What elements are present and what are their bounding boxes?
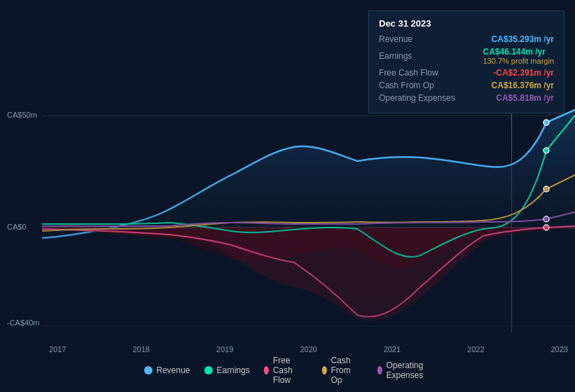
- legend: Revenue Earnings Free Cash Flow Cash Fro…: [144, 356, 431, 385]
- legend-dot-opex: [377, 366, 382, 374]
- legend-label-opex: Operating Expenses: [386, 360, 431, 380]
- legend-item-earnings[interactable]: Earnings: [204, 356, 249, 385]
- legend-dot-fcf: [264, 366, 269, 374]
- tooltip-value-revenue: CA$35.293m /yr: [492, 34, 554, 44]
- tooltip-label-fcf: Free Cash Flow: [379, 68, 456, 78]
- y-label-mid: CA$0: [7, 223, 27, 231]
- x-label-2022: 2022: [467, 345, 484, 354]
- x-label-2023: 2023: [550, 345, 567, 354]
- tooltip-value-earnings-group: CA$46.144m /yr 130.7% profit margin: [483, 47, 555, 65]
- svg-point-4: [543, 186, 549, 192]
- x-label-2021: 2021: [384, 345, 401, 354]
- legend-label-earnings: Earnings: [216, 365, 249, 375]
- x-label-2020: 2020: [300, 345, 317, 354]
- legend-label-fcf: Free Cash Flow: [273, 356, 308, 385]
- tooltip-date: Dec 31 2023: [379, 18, 554, 29]
- tooltip-row-opex: Operating Expenses CA$5.818m /yr: [379, 93, 554, 103]
- tooltip-row-revenue: Revenue CA$35.293m /yr: [379, 34, 554, 44]
- x-label-2017: 2017: [49, 345, 66, 354]
- y-label-bot: -CA$40m: [7, 318, 39, 327]
- tooltip-label-cashop: Cash From Op: [379, 80, 456, 90]
- tooltip-label-opex: Operating Expenses: [379, 93, 456, 103]
- legend-item-opex[interactable]: Operating Expenses: [377, 356, 431, 385]
- tooltip-value-earnings: CA$46.144m /yr: [483, 47, 546, 57]
- svg-point-5: [543, 216, 549, 222]
- svg-point-3: [543, 225, 549, 230]
- tooltip-row-earnings: Earnings CA$46.144m /yr 130.7% profit ma…: [379, 47, 554, 65]
- x-label-2019: 2019: [216, 345, 233, 354]
- tooltip-value-fcf: -CA$2.391m /yr: [493, 68, 554, 78]
- legend-dot-earnings: [204, 366, 212, 374]
- legend-dot-revenue: [144, 366, 152, 374]
- tooltip-label-earnings: Earnings: [379, 51, 456, 61]
- chart-svg: [42, 108, 575, 332]
- chart-container: Dec 31 2023 Revenue CA$35.293m /yr Earni…: [0, 0, 575, 392]
- tooltip-profit-margin: 130.7% profit margin: [483, 57, 555, 65]
- legend-item-fcf[interactable]: Free Cash Flow: [264, 356, 308, 385]
- svg-point-2: [543, 148, 549, 153]
- tooltip-row-fcf: Free Cash Flow -CA$2.391m /yr: [379, 68, 554, 78]
- tooltip-value-cashop: CA$16.376m /yr: [492, 80, 554, 90]
- legend-dot-cashop: [321, 366, 326, 374]
- tooltip-box: Dec 31 2023 Revenue CA$35.293m /yr Earni…: [368, 10, 564, 113]
- x-label-2018: 2018: [132, 345, 149, 354]
- legend-item-revenue[interactable]: Revenue: [144, 356, 190, 385]
- y-label-top: CA$50m: [7, 111, 37, 119]
- tooltip-value-opex: CA$5.818m /yr: [496, 93, 554, 103]
- tooltip-label-revenue: Revenue: [379, 34, 456, 44]
- svg-point-1: [543, 120, 549, 125]
- legend-label-revenue: Revenue: [156, 365, 190, 375]
- x-axis: 2017 2018 2019 2020 2021 2022 2023: [42, 345, 575, 354]
- tooltip-row-cashop: Cash From Op CA$16.376m /yr: [379, 80, 554, 90]
- legend-item-cashop[interactable]: Cash From Op: [321, 356, 363, 385]
- legend-label-cashop: Cash From Op: [331, 356, 363, 385]
